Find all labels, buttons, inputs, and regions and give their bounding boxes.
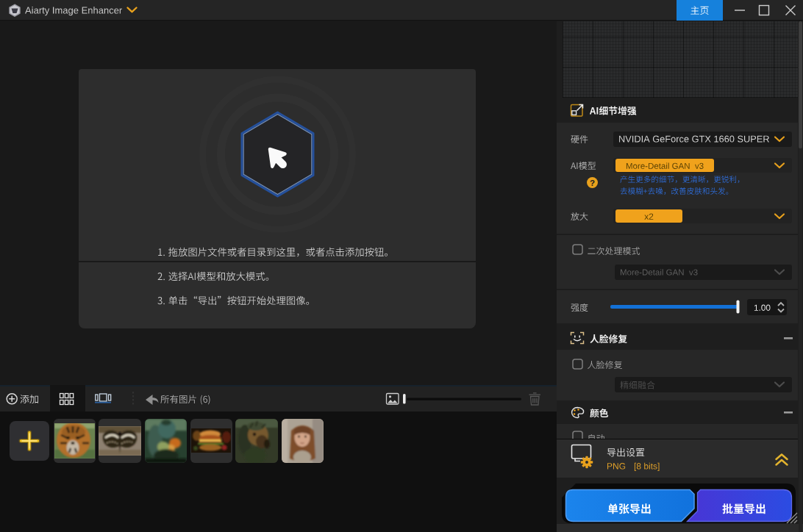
svg-text:?: ? — [590, 179, 595, 187]
